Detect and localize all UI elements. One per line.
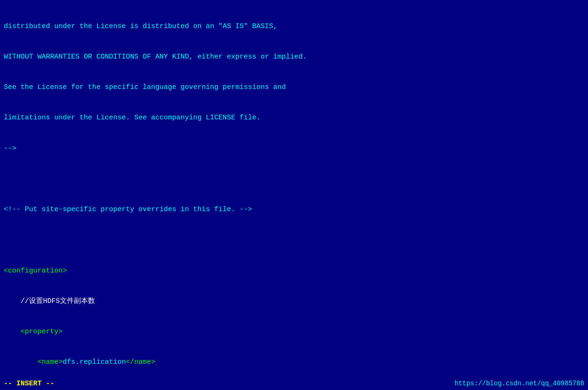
insert-mode-label: -- INSERT --: [4, 380, 54, 388]
line-4: limitations under the License. See accom…: [4, 113, 584, 123]
line-8: [4, 235, 584, 245]
line-3: See the License for the specific languag…: [4, 82, 584, 93]
code-content: distributed under the License is distrib…: [0, 0, 588, 390]
url-label: https://blog.csdn.net/qq_40985788: [455, 380, 584, 387]
line-5: -->: [4, 144, 584, 154]
line-1: distributed under the License is distrib…: [4, 22, 584, 32]
line-12: <name>dfs.replication</name>: [4, 357, 584, 368]
line-7: <!-- Put site-specific property override…: [4, 205, 584, 215]
line-6: [4, 174, 584, 184]
status-bar: -- INSERT -- https://blog.csdn.net/qq_40…: [0, 377, 588, 390]
line-10: //设置HDFS文件副本数: [4, 296, 584, 307]
line-9: <configuration>: [4, 266, 584, 276]
editor-area: distributed under the License is distrib…: [0, 0, 588, 390]
line-2: WITHOUT WARRANTIES OR CONDITIONS OF ANY …: [4, 52, 584, 62]
line-11: <property>: [4, 327, 584, 337]
